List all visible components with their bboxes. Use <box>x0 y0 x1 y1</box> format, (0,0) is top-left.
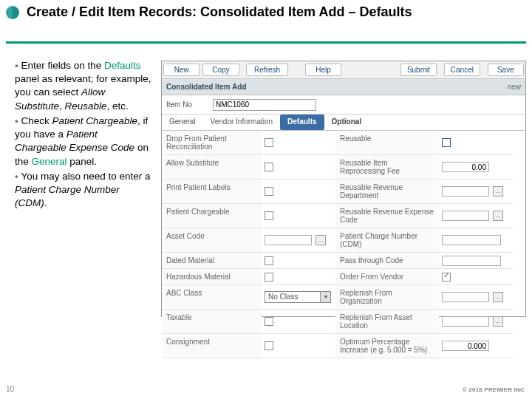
item-no-row: Item No <box>162 95 525 115</box>
save-button[interactable]: Save <box>488 64 524 76</box>
dropdown[interactable]: No Class▾ <box>265 291 331 303</box>
field-label: Order From Vendor <box>335 269 439 285</box>
lookup-button[interactable]: … <box>493 211 503 221</box>
field-label: Pass through Code <box>335 253 439 269</box>
checkbox[interactable] <box>442 138 451 147</box>
field-label: Reusable <box>335 131 439 155</box>
checkbox[interactable] <box>265 187 273 196</box>
checkbox[interactable] <box>265 341 273 350</box>
defaults-grid: Drop From Patient ReconciliationReusable… <box>162 131 525 358</box>
field-label: Patient Charge Number (CDM) <box>335 228 439 253</box>
copy-button[interactable]: Copy <box>202 64 239 76</box>
bullet-list: • Enter fields on the Defaults panel as … <box>15 59 151 211</box>
footer-copyright: © 2018 PREMIER INC <box>463 386 525 393</box>
cancel-button[interactable]: Cancel <box>444 64 480 76</box>
field-label: Replenish From Asset Location <box>335 310 439 334</box>
item-no-label: Item No <box>166 100 192 109</box>
checkbox[interactable] <box>442 273 451 282</box>
checkbox[interactable] <box>265 256 273 265</box>
field-label: Print Patient Labels <box>162 180 262 204</box>
item-no-input[interactable] <box>213 99 316 111</box>
field-label: Patient Chargeable <box>162 204 262 228</box>
refresh-button[interactable]: Refresh <box>246 64 288 76</box>
panel-state: new <box>508 83 521 91</box>
bullet-item: • You may also need to enter a Patient C… <box>15 170 151 211</box>
text-input[interactable] <box>442 235 501 245</box>
lookup-button[interactable]: … <box>493 292 503 302</box>
divider <box>6 41 526 44</box>
lookup-button[interactable]: … <box>316 235 326 245</box>
submit-button[interactable]: Submit <box>400 64 437 76</box>
numeric-input[interactable] <box>442 341 489 351</box>
panel-title: Consolidated Item Add <box>166 83 247 91</box>
page-number: 10 <box>6 385 14 393</box>
field-label: Drop From Patient Reconciliation <box>162 131 262 155</box>
tab-defaults[interactable]: Defaults <box>280 115 324 130</box>
field-label: Asset Code <box>162 228 262 253</box>
tab-optional[interactable]: Optional <box>324 115 369 130</box>
bullet-item: • Check Patient Chargeable, if you have … <box>15 115 151 168</box>
text-input[interactable] <box>442 256 501 266</box>
lookup-button[interactable]: … <box>493 186 503 197</box>
field-label: Reusable Revenue Department <box>335 180 439 204</box>
field-label: Replenish From Organization <box>335 285 439 310</box>
field-label: Dated Material <box>162 253 262 269</box>
checkbox[interactable] <box>265 317 273 326</box>
tab-strip: GeneralVendor InformationDefaultsOptiona… <box>162 115 525 131</box>
checkbox[interactable] <box>265 138 273 147</box>
logo-icon <box>6 6 19 19</box>
checkbox[interactable] <box>265 163 273 171</box>
field-label: ABC Class <box>162 285 262 310</box>
page-title: Create / Edit Item Records: Consolidated… <box>27 4 412 20</box>
field-label: Hazardous Material <box>162 269 262 285</box>
lookup-button[interactable]: … <box>493 316 503 327</box>
field-label: Consignment <box>162 334 262 358</box>
tab-general[interactable]: General <box>162 115 203 130</box>
panel-header: Consolidated Item Add new <box>162 79 525 95</box>
checkbox[interactable] <box>265 273 273 282</box>
tab-vendor-information[interactable]: Vendor Information <box>203 115 281 130</box>
numeric-input[interactable] <box>442 162 489 172</box>
app-screenshot: NewCopyRefreshHelpSubmitCancelSave Conso… <box>161 61 526 317</box>
new-button[interactable]: New <box>163 64 200 76</box>
field-label: Taxable <box>162 310 262 334</box>
field-label: Optimum Percentage Increase (e.g. 5.000 … <box>335 334 439 358</box>
bullet-item: • Enter fields on the Defaults panel as … <box>15 59 151 113</box>
checkbox[interactable] <box>265 211 273 220</box>
field-label: Allow Substitute <box>162 155 262 180</box>
field-label: Reusable Item Reprocessing Fee <box>335 155 439 180</box>
toolbar: NewCopyRefreshHelpSubmitCancelSave <box>162 61 525 79</box>
help-button[interactable]: Help <box>305 64 341 76</box>
field-label: Reusable Revenue Expense Code <box>335 204 439 228</box>
